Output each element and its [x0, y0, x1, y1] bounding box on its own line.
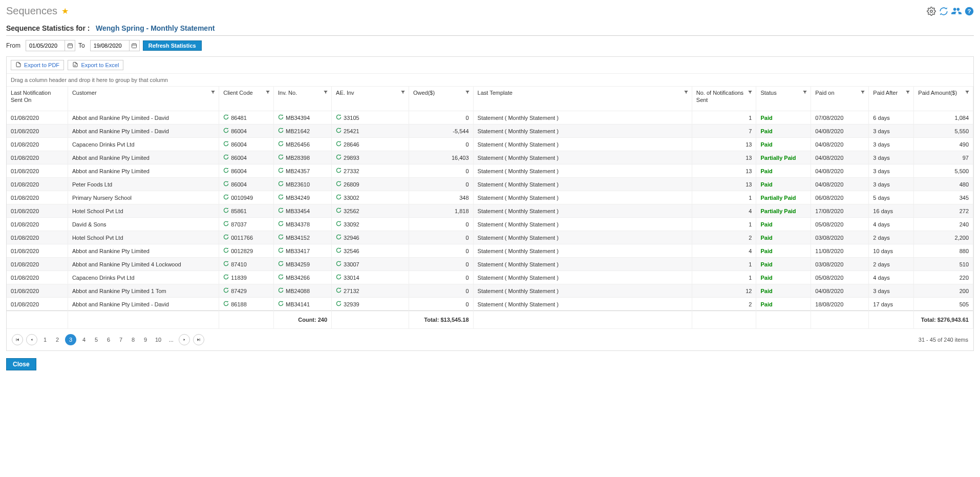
column-header[interactable]: Paid After [869, 87, 914, 111]
history-icon[interactable] [336, 221, 342, 227]
history-icon[interactable] [278, 288, 284, 294]
table-row[interactable]: 01/08/2020Abbot and Rankine Pty Limited … [7, 284, 973, 298]
table-row[interactable]: 01/08/2020Abbot and Rankine Pty Limited0… [7, 244, 973, 258]
table-row[interactable]: 01/08/2020Hotel School Pvt Ltd0011766MB3… [7, 231, 973, 244]
table-row[interactable]: 01/08/2020Abbot and Rankine Pty Limited8… [7, 164, 973, 178]
group-drop-area[interactable]: Drag a column header and drop it here to… [7, 73, 973, 86]
history-icon[interactable] [336, 128, 342, 134]
filter-icon[interactable] [210, 90, 216, 97]
table-row[interactable]: 01/08/2020Abbot and Rankine Pty Limited8… [7, 151, 973, 164]
history-icon[interactable] [223, 155, 229, 161]
pager-page[interactable]: 8 [129, 334, 138, 345]
filter-icon[interactable] [465, 90, 470, 97]
history-icon[interactable] [223, 168, 229, 174]
history-icon[interactable] [278, 128, 284, 134]
column-header[interactable]: Paid on [811, 87, 869, 111]
gear-icon[interactable] [927, 7, 936, 16]
history-icon[interactable] [223, 301, 229, 307]
column-header[interactable]: Inv. No. [274, 87, 332, 111]
history-icon[interactable] [336, 235, 342, 241]
to-date-input[interactable] [91, 40, 129, 51]
pager-more[interactable]: ... [166, 334, 176, 345]
filter-icon[interactable] [748, 90, 753, 97]
filter-icon[interactable] [265, 90, 270, 97]
filter-icon[interactable] [684, 90, 689, 97]
filter-icon[interactable] [905, 90, 910, 97]
history-icon[interactable] [278, 115, 284, 121]
pager-page[interactable]: 1 [40, 334, 50, 345]
table-row[interactable]: 01/08/2020Capaceno Drinks Pvt Ltd11839MB… [7, 271, 973, 284]
column-header[interactable]: No. of Notifications Sent [692, 87, 756, 111]
filter-icon[interactable] [860, 90, 865, 97]
history-icon[interactable] [223, 221, 229, 227]
history-icon[interactable] [223, 261, 229, 267]
history-icon[interactable] [336, 181, 342, 188]
table-row[interactable]: 01/08/2020Capaceno Drinks Pvt Ltd86004MB… [7, 138, 973, 151]
history-icon[interactable] [278, 235, 284, 241]
column-header[interactable]: Client Code [219, 87, 274, 111]
refresh-statistics-button[interactable]: Refresh Statistics [143, 40, 202, 51]
history-icon[interactable] [278, 181, 284, 188]
history-icon[interactable] [336, 275, 342, 281]
history-icon[interactable] [223, 248, 229, 254]
pager-last[interactable] [193, 334, 204, 345]
pager-next[interactable] [179, 334, 190, 345]
history-icon[interactable] [336, 168, 342, 174]
table-row[interactable]: 01/08/2020Abbot and Rankine Pty Limited … [7, 298, 973, 311]
history-icon[interactable] [278, 208, 284, 214]
column-header[interactable]: Last Template [473, 87, 692, 111]
history-icon[interactable] [278, 261, 284, 267]
table-row[interactable]: 01/08/2020Abbot and Rankine Pty Limited … [7, 111, 973, 125]
table-row[interactable]: 01/08/2020Peter Foods Ltd86004MB23610268… [7, 178, 973, 191]
export-pdf-button[interactable]: Export to PDF [11, 60, 64, 70]
table-row[interactable]: 01/08/2020David & Sons87037MB34378330920… [7, 218, 973, 231]
filter-icon[interactable] [323, 90, 328, 97]
history-icon[interactable] [278, 141, 284, 148]
export-excel-button[interactable]: Export to Excel [68, 60, 123, 70]
history-icon[interactable] [278, 301, 284, 307]
history-icon[interactable] [336, 141, 342, 148]
history-icon[interactable] [278, 195, 284, 201]
pager-page[interactable]: 5 [92, 334, 101, 345]
pager-page[interactable]: 3 [65, 334, 76, 345]
history-icon[interactable] [336, 288, 342, 294]
history-icon[interactable] [278, 168, 284, 174]
column-header[interactable]: Customer [68, 87, 219, 111]
history-icon[interactable] [336, 248, 342, 254]
history-icon[interactable] [336, 115, 342, 121]
history-icon[interactable] [223, 128, 229, 134]
table-row[interactable]: 01/08/2020Primary Nursery School0010949M… [7, 191, 973, 204]
pager-page[interactable]: 6 [104, 334, 113, 345]
pager-prev[interactable] [26, 334, 37, 345]
history-icon[interactable] [336, 261, 342, 267]
history-icon[interactable] [223, 181, 229, 188]
column-header[interactable]: Owed($) [409, 87, 473, 111]
close-button[interactable]: Close [6, 358, 36, 370]
calendar-icon[interactable] [129, 40, 139, 51]
star-icon[interactable]: ★ [61, 6, 69, 16]
pager-page[interactable]: 2 [53, 334, 62, 345]
history-icon[interactable] [278, 221, 284, 227]
table-row[interactable]: 01/08/2020Abbot and Rankine Pty Limited … [7, 125, 973, 138]
history-icon[interactable] [278, 275, 284, 281]
history-icon[interactable] [223, 115, 229, 121]
column-header[interactable]: Status [756, 87, 811, 111]
history-icon[interactable] [336, 301, 342, 307]
history-icon[interactable] [223, 288, 229, 294]
sync-icon[interactable] [939, 7, 948, 16]
filter-icon[interactable] [400, 90, 406, 97]
pager-page[interactable]: 7 [116, 334, 125, 345]
column-header[interactable]: AE. Inv [332, 87, 409, 111]
history-icon[interactable] [278, 248, 284, 254]
pager-first[interactable] [12, 334, 23, 345]
history-icon[interactable] [223, 141, 229, 148]
history-icon[interactable] [336, 155, 342, 161]
calendar-icon[interactable] [65, 40, 75, 51]
table-row[interactable]: 01/08/2020Abbot and Rankine Pty Limited … [7, 258, 973, 271]
history-icon[interactable] [336, 208, 342, 214]
filter-icon[interactable] [802, 90, 807, 97]
filter-icon[interactable] [965, 90, 970, 97]
pager-page[interactable]: 9 [141, 334, 150, 345]
history-icon[interactable] [223, 235, 229, 241]
history-icon[interactable] [223, 195, 229, 201]
